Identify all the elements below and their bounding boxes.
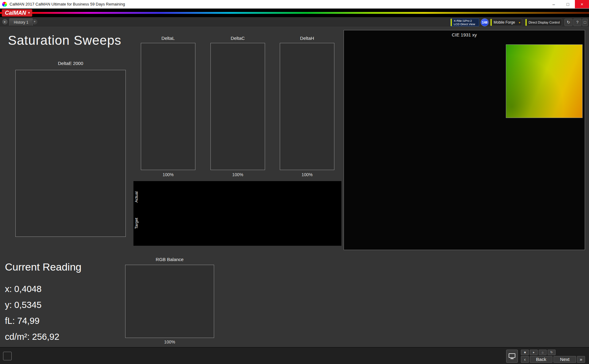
cie-1931-chart: CIE 1931 xy — [344, 30, 585, 250]
window-title: CalMAN 2017 CalMAN Ultimate for Business… — [10, 2, 547, 6]
stop-button[interactable]: ■ — [521, 350, 529, 355]
next-button[interactable]: Next — [553, 356, 576, 363]
page-title: Saturation Sweeps — [8, 33, 121, 48]
calman-window: CalMAN 2017 CalMAN Ultimate for Business… — [0, 0, 589, 364]
x-axis-label: 100% — [280, 172, 334, 177]
measurement-count-badge[interactable]: 148 — [481, 18, 489, 26]
refresh-icon[interactable]: ↻ — [564, 19, 572, 26]
rainbow-strip — [0, 12, 589, 14]
help-icon[interactable]: ? — [573, 19, 581, 26]
delta-h-plot-area — [280, 43, 334, 170]
play-button[interactable]: ▸ — [530, 350, 538, 355]
reading-x: x: 0,4048 — [5, 281, 81, 297]
meter-name: X-Rite i1Pro 2 — [454, 19, 472, 22]
x-axis-label: 100% — [125, 339, 214, 344]
window-titlebar: CalMAN 2017 CalMAN Ultimate for Business… — [0, 0, 589, 9]
reading-cdm2: cd/m²: 256,92 — [5, 329, 81, 345]
back-button[interactable]: Back — [530, 356, 552, 363]
current-reading-panel: Current Reading x: 0,4048 y: 0,5345 fL: … — [5, 261, 81, 345]
chevron-left-icon[interactable]: ‹ — [521, 356, 529, 363]
delta-e-plot-area — [15, 70, 126, 237]
chart-title: DeltaE 2000 — [15, 59, 126, 67]
window-icon[interactable]: □ — [582, 19, 588, 26]
delta-c-plot-area — [210, 43, 265, 170]
meter-selector-button[interactable]: X-Rite i1Pro 2 LCD Direct View — [450, 18, 479, 26]
chevron-down-icon: ▾ — [28, 9, 30, 17]
current-reading-heading: Current Reading — [5, 261, 81, 273]
cie-zoom-inset — [506, 44, 583, 118]
display-control-button[interactable]: Direct Display Control — [525, 19, 562, 26]
delta-c-chart: DeltaC 100% — [199, 34, 265, 181]
delta-l-chart: DeltaL 100% — [129, 34, 195, 181]
tab-bar: ▸ History 1 + X-Rite i1Pro 2 LCD Direct … — [0, 17, 589, 26]
target-label: Target — [134, 210, 140, 237]
minimize-button[interactable]: – — [547, 0, 561, 8]
brand-bar: CalMAN ▾ — [0, 9, 589, 17]
x-axis-label: 100% — [210, 172, 265, 177]
chevron-down-icon: ▾ — [519, 21, 522, 24]
source-name: Mobile Forge — [492, 20, 519, 25]
rgb-balance-plot-area — [125, 265, 214, 338]
home-button[interactable]: ⌂ — [539, 350, 547, 355]
actual-label: Actual — [134, 184, 140, 210]
x-axis-label: 100% — [141, 172, 195, 177]
logo-text: CalMAN — [5, 9, 26, 17]
chart-title: DeltaC — [210, 34, 265, 42]
chart-title: DeltaL — [141, 34, 195, 42]
refresh-icon[interactable]: ↻ — [548, 350, 556, 355]
delta-h-chart: DeltaH 100% — [268, 34, 334, 181]
display-control-name: Direct Display Control — [527, 21, 562, 24]
delta-e-2000-chart: DeltaE 2000 — [3, 59, 135, 249]
chart-title: DeltaH — [280, 34, 334, 42]
monitor-icon — [509, 353, 515, 358]
display-button[interactable] — [506, 350, 518, 363]
monitor-stand — [510, 358, 514, 359]
tab-scroll-button[interactable]: ▸ — [2, 19, 8, 25]
chart-title: RGB Balance — [125, 256, 214, 264]
skip-forward-button[interactable]: » — [577, 356, 585, 363]
calman-logo-menu[interactable]: CalMAN ▾ — [2, 9, 32, 17]
app-icon — [2, 2, 7, 7]
delta-l-plot-area — [141, 43, 195, 170]
meter-mode: LCD Direct View — [454, 22, 475, 26]
actual-target-swatch-panel: Actual Target — [133, 181, 341, 246]
add-tab-button[interactable]: + — [32, 19, 37, 25]
current-patch-swatch — [3, 352, 12, 360]
reading-fl: fL: 74,99 — [5, 313, 81, 329]
rgb-balance-chart: RGB Balance 100% — [113, 256, 217, 347]
bottom-bar: ■ ▸ ⌂ ↻ ‹ Back Next » — [0, 347, 589, 364]
close-button[interactable]: × — [575, 0, 589, 8]
source-selector-button[interactable]: Mobile Forge ▾ — [490, 19, 522, 26]
reading-y: y: 0,5345 — [5, 297, 81, 313]
maximize-button[interactable]: □ — [561, 0, 575, 8]
tab-history-1[interactable]: History 1 — [9, 18, 33, 26]
